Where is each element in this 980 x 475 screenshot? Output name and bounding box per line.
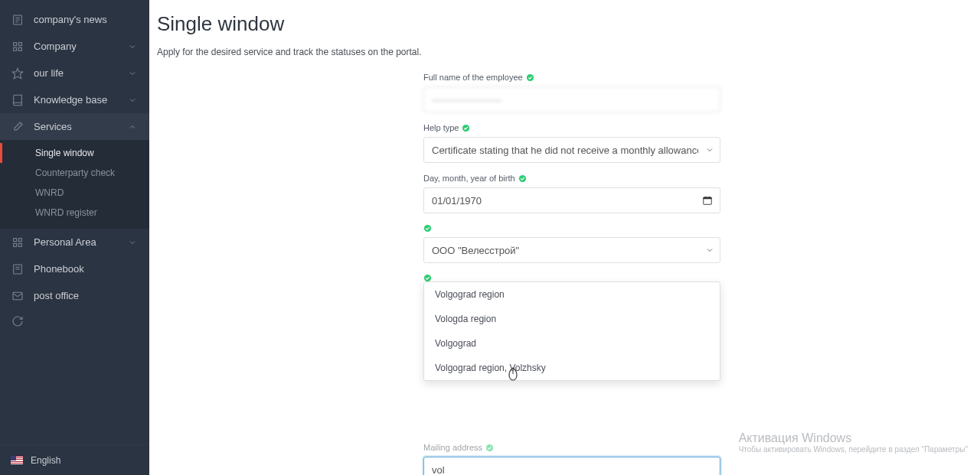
chevron-down-icon [705,246,714,255]
flag-us-icon [11,456,23,464]
sidebar-item-knowledge-base[interactable]: Knowledge base [0,86,149,113]
sidebar-subitem-wnrd[interactable]: WNRD [0,183,149,203]
check-icon [423,224,432,233]
dob-input[interactable] [423,187,720,213]
mailing-label: Mailing address [423,443,482,452]
svg-marker-8 [12,68,22,78]
autocomplete-option[interactable]: Volgograd region, Volzhsky [424,356,720,380]
svg-point-19 [519,174,526,181]
language-switcher[interactable]: English [0,444,149,475]
check-icon [518,174,527,183]
sidebar-item-services[interactable]: Services [0,113,149,140]
sidebar-subitem-label: WNRD register [35,207,97,218]
sidebar-item-our-life[interactable]: our life [0,60,149,86]
svg-point-27 [486,444,493,451]
sidebar-subitem-counterparty-check[interactable]: Counterparty check [0,163,149,183]
autocomplete-option[interactable]: Volgograd region [424,282,720,307]
chevron-down-icon [705,145,714,155]
help-type-label: Help type [423,123,459,132]
calendar-icon[interactable] [702,195,713,206]
svg-rect-4 [14,42,17,45]
help-type-select[interactable] [423,137,720,163]
svg-rect-12 [18,243,21,246]
sidebar-item-personal-area[interactable]: Personal Area [0,229,149,255]
svg-rect-6 [14,47,17,50]
grid-icon [11,40,24,54]
chevron-up-icon [128,122,139,132]
main-content: Single window Apply for the desired serv… [149,0,980,475]
doc-icon [11,262,24,276]
sidebar-subitem-label: Single window [35,148,94,158]
sidebar-subitem-label: Counterparty check [35,168,115,178]
check-icon [462,124,470,132]
svg-point-24 [424,225,431,232]
chevron-down-icon [128,96,139,105]
mailing-address-input[interactable] [423,457,720,475]
sidebar-item-label: Personal Area [34,236,128,248]
sidebar: company's news Company our life Knowledg… [0,0,149,475]
chevron-down-icon [128,69,139,78]
svg-point-18 [462,124,469,131]
sidebar-item-label: post office [34,290,139,301]
sidebar-subitem-label: WNRD [35,187,64,198]
sidebar-item-company[interactable]: Company [0,33,149,60]
sidebar-subitem-single-window[interactable]: Single window [0,143,149,163]
doc-icon [11,13,24,27]
sidebar-submenu-services: Single window Counterparty check WNRD WN… [0,140,149,229]
sidebar-item-phonebook[interactable]: Phonebook [0,255,149,282]
star-icon [11,67,24,80]
sidebar-item-label: Phonebook [34,263,139,275]
sidebar-subitem-wnrd-register[interactable]: WNRD register [0,203,149,223]
svg-rect-21 [704,197,712,199]
sidebar-item-label: our life [34,67,128,79]
svg-point-17 [527,73,534,80]
sidebar-item-label: Knowledge base [34,94,128,106]
svg-rect-5 [18,42,21,45]
language-label: English [31,455,60,466]
sidebar-item-label: Services [34,121,128,132]
form: Full name of the employee Help type [423,73,720,475]
organization-select[interactable] [423,237,720,263]
sidebar-item-company-news[interactable]: company's news [0,6,149,33]
check-icon [485,444,494,452]
chevron-down-icon [128,238,139,247]
autocomplete-option[interactable]: Vologda region [424,307,720,331]
book-icon [11,93,24,107]
autocomplete-option[interactable]: Volgograd [424,331,720,356]
sidebar-item-label: Company [34,41,128,52]
svg-rect-10 [18,238,21,241]
dob-label: Day, month, year of birth [423,174,515,183]
check-icon [526,73,534,82]
mail-icon [11,289,24,303]
employee-input[interactable] [423,86,720,112]
chevron-down-icon [128,42,139,51]
svg-rect-7 [18,47,21,50]
grid-icon [11,236,24,249]
page-subtitle: Apply for the desired service and track … [157,47,962,57]
svg-rect-9 [14,238,17,241]
page-title: Single window [157,12,962,36]
refresh-icon[interactable] [11,314,24,328]
sidebar-item-post-office[interactable]: post office [0,282,149,309]
sidebar-item-label: company's news [34,14,139,25]
autocomplete-dropdown[interactable]: Volgograd regionVologda regionVolgogradV… [423,281,720,381]
svg-rect-16 [13,292,22,299]
employee-label: Full name of the employee [423,73,523,82]
svg-rect-11 [14,243,17,246]
edit-icon [11,120,24,134]
svg-point-25 [424,275,431,281]
